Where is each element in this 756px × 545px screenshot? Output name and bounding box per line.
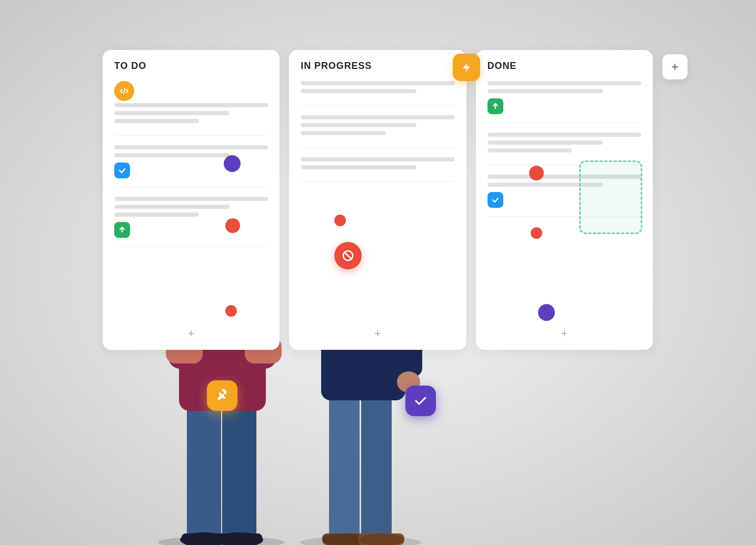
check-icon-blue-done [488, 192, 503, 208]
card-todo-3 [114, 197, 268, 247]
dot-purple-1 [224, 155, 241, 172]
card-line [301, 89, 416, 93]
add-done-button[interactable]: + [561, 327, 568, 340]
cancel-icon [334, 242, 362, 269]
card-line [488, 148, 572, 153]
dot-purple-2 [538, 304, 555, 321]
check-icon-blue [114, 163, 130, 178]
card-line [114, 197, 268, 201]
card-line [488, 81, 641, 85]
card-icon-row [114, 222, 268, 238]
card-inprogress-2 [301, 115, 454, 148]
card-line [301, 81, 454, 85]
kanban-board: TO DO [103, 50, 688, 440]
card-icon-row [488, 98, 641, 114]
column-inprogress: IN PROGRESS + [289, 50, 466, 350]
dot-red-2 [334, 215, 346, 226]
drag-placeholder [579, 160, 642, 234]
dot-red-3 [225, 305, 237, 317]
card-line [114, 103, 268, 107]
up-arrow-icon-green [114, 222, 130, 238]
card-inprogress-1 [301, 81, 454, 106]
card-todo-1 [114, 81, 268, 136]
card-line [114, 213, 199, 217]
card-line [301, 157, 454, 162]
code-icon [114, 81, 134, 101]
column-inprogress-header: IN PROGRESS [301, 60, 454, 72]
dot-red-4 [529, 166, 544, 180]
card-todo-2 [114, 145, 268, 187]
card-line [488, 140, 603, 145]
column-todo: TO DO [103, 50, 280, 350]
card-line [488, 89, 603, 93]
card-icon-row [114, 81, 268, 103]
card-line [301, 131, 385, 135]
card-line [301, 115, 454, 119]
dot-red-5 [531, 227, 542, 239]
card-line [488, 133, 641, 137]
add-todo-button[interactable]: + [188, 327, 195, 340]
card-inprogress-3 [301, 157, 454, 182]
card-line [301, 123, 416, 127]
card-done-1 [488, 81, 641, 123]
card-line [114, 145, 268, 149]
wrench-icon [207, 380, 237, 411]
card-line [114, 119, 199, 123]
svg-line-1 [344, 252, 352, 259]
svg-rect-8 [217, 533, 262, 544]
up-arrow-icon-green-done [488, 98, 503, 114]
lightning-icon [453, 54, 480, 81]
card-line [301, 165, 416, 169]
card-line [114, 153, 230, 157]
purple-check-icon [405, 386, 436, 416]
add-inprogress-button[interactable]: + [374, 327, 381, 340]
column-done-header: DONE [488, 60, 641, 72]
add-column-button[interactable]: + [662, 54, 688, 79]
card-line [114, 111, 230, 115]
card-icon-row [114, 163, 268, 178]
column-done: DONE [476, 50, 653, 350]
column-todo-header: TO DO [114, 60, 268, 72]
dot-red-1 [225, 218, 240, 233]
card-line [114, 205, 230, 209]
